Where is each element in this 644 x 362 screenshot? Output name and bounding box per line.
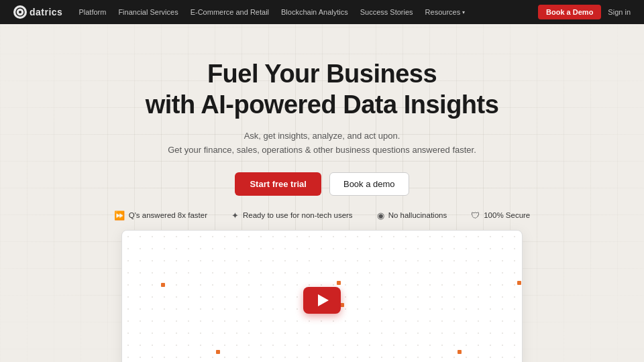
hero-section: Fuel Your Business with AI-powered Data … [0,24,644,196]
nav-resources[interactable]: Resources ▾ [425,8,466,16]
orange-dot-1 [161,283,165,287]
chevron-down-icon: ▾ [462,9,465,15]
logo-icon [13,5,27,19]
svg-point-1 [19,11,21,13]
nav-blockchain[interactable]: Blockchain Analytics [281,8,348,16]
orange-dot-6 [458,350,462,354]
nav-success[interactable]: Success Stories [360,8,413,16]
hero-cta: Start free trial Book a demo [235,172,409,196]
sparkle-icon: ✦ [231,210,239,221]
feature-speed: ⏩ Q's answered 8x faster [114,210,207,221]
orange-dot-4 [517,281,521,285]
sign-in-button[interactable]: Sign in [608,8,631,16]
play-triangle-icon [318,294,329,306]
navbar: datrics Platform Financial Services E-Co… [0,0,644,24]
orange-dot-5 [216,350,220,354]
features-bar: ⏩ Q's answered 8x faster ✦ Ready to use … [0,210,644,221]
video-section[interactable] [121,230,523,362]
logo-text: datrics [30,7,62,17]
nav-platform[interactable]: Platform [78,8,106,16]
no-hallucination-icon: ◉ [377,210,384,221]
nav-links: Platform Financial Services E-Commerce a… [78,8,538,16]
orange-dot-2 [337,281,341,285]
video-play-button[interactable] [303,287,341,314]
hero-subtitle: Ask, get insights, analyze, and act upon… [168,129,476,158]
feature-nontech: ✦ Ready to use for non-tech users [231,210,353,221]
speed-icon: ⏩ [114,210,125,221]
feature-secure: 🛡 100% Secure [471,210,530,221]
start-trial-button[interactable]: Start free trial [235,172,321,196]
book-demo-hero-button[interactable]: Book a demo [329,172,409,196]
nav-ecommerce[interactable]: E-Commerce and Retail [191,8,269,16]
nav-financial[interactable]: Financial Services [118,8,178,16]
book-demo-button[interactable]: Book a Demo [538,5,601,19]
feature-hallucinations: ◉ No hallucinations [377,210,447,221]
logo[interactable]: datrics [13,5,62,19]
nav-actions: Book a Demo Sign in [538,5,631,19]
shield-icon: 🛡 [471,210,480,221]
hero-title: Fuel Your Business with AI-powered Data … [146,59,499,120]
